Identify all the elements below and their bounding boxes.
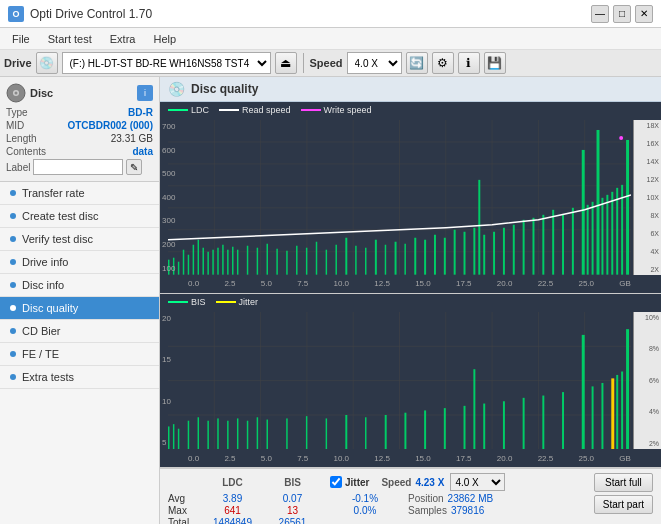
svg-rect-35: [257, 248, 258, 275]
svg-rect-24: [193, 245, 194, 275]
sidebar-item-label: Transfer rate: [22, 187, 85, 199]
sidebar-item-drive-info[interactable]: Drive info: [0, 251, 159, 274]
svg-rect-66: [552, 210, 554, 275]
legend-jitter: Jitter: [216, 297, 259, 307]
svg-rect-100: [227, 420, 228, 449]
maximize-button[interactable]: □: [613, 5, 631, 23]
x2-label-12.5: 12.5: [374, 454, 390, 463]
save-button[interactable]: 💾: [484, 52, 506, 74]
svg-rect-69: [582, 150, 585, 275]
svg-rect-38: [286, 251, 287, 275]
stats-max-row: Max 641 13 0.0% Samples 379816: [168, 505, 586, 516]
x-label-7.5: 7.5: [297, 279, 308, 288]
x-label-12.5: 12.5: [374, 279, 390, 288]
legend-read-speed: Read speed: [219, 105, 291, 115]
drive-icon-button[interactable]: 💿: [36, 52, 58, 74]
speed-select[interactable]: 4.0 X: [347, 52, 402, 74]
disc-mid-value: OTCBDR002 (000): [67, 120, 153, 131]
close-button[interactable]: ✕: [635, 5, 653, 23]
menu-extra[interactable]: Extra: [102, 31, 144, 47]
svg-rect-75: [611, 192, 613, 275]
minimize-button[interactable]: —: [591, 5, 609, 23]
stats-avg-row: Avg 3.89 0.07 -0.1% Position 23862 MB: [168, 493, 586, 504]
svg-rect-34: [247, 246, 248, 275]
ldc-y-axis-left: 700 600 500 400 300 200 100: [160, 120, 188, 275]
x-label-22.5: 22.5: [538, 279, 554, 288]
svg-rect-42: [326, 250, 327, 275]
start-full-button[interactable]: Start full: [594, 473, 653, 492]
x2-label-7.5: 7.5: [297, 454, 308, 463]
info-button[interactable]: ℹ: [458, 52, 480, 74]
stats-avg-label: Avg: [168, 493, 200, 504]
bis-y-axis-right: 10% 8% 6% 4% 2%: [633, 312, 661, 449]
y-right-14x: 14X: [647, 158, 659, 165]
svg-rect-114: [464, 406, 466, 449]
disc-length-value: 23.31 GB: [111, 133, 153, 144]
charts-area: LDC Read speed Write speed: [160, 102, 661, 468]
sidebar-item-verify-test-disc[interactable]: Verify test disc: [0, 228, 159, 251]
svg-rect-78: [626, 140, 629, 275]
svg-rect-124: [611, 378, 614, 449]
settings-button[interactable]: ⚙: [432, 52, 454, 74]
svg-rect-63: [523, 220, 525, 275]
x-unit-gb1: GB: [619, 279, 631, 288]
svg-rect-48: [385, 245, 386, 275]
menu-file[interactable]: File: [4, 31, 38, 47]
disc-mid-row: MID OTCBDR002 (000): [6, 120, 153, 131]
drive-select[interactable]: (F:) HL-DT-ST BD-RE WH16NS58 TST4: [62, 52, 271, 74]
stats-avg-ldc: 3.89: [200, 493, 265, 504]
speed-select-stats[interactable]: 4.0 X: [450, 473, 505, 491]
jitter-checkbox[interactable]: [330, 476, 342, 488]
start-part-button[interactable]: Start part: [594, 495, 653, 514]
svg-rect-59: [483, 235, 485, 275]
x2-label-5: 5.0: [261, 454, 272, 463]
stats-total-row: Total 1484849 26561: [168, 517, 586, 524]
y-right-4pct: 4%: [649, 408, 659, 415]
svg-rect-45: [355, 246, 356, 275]
svg-rect-26: [202, 248, 203, 275]
legend-bis-color: [168, 301, 188, 303]
svg-rect-122: [592, 386, 594, 449]
legend-jitter-color: [216, 301, 236, 303]
disc-label-button[interactable]: ✎: [126, 159, 142, 175]
sidebar-item-label: Disc info: [22, 279, 64, 291]
sidebar-item-disc-quality[interactable]: Disc quality: [0, 297, 159, 320]
eject-button[interactable]: ⏏: [275, 52, 297, 74]
sidebar-item-create-test-disc[interactable]: Create test disc: [0, 205, 159, 228]
sidebar-item-disc-info[interactable]: Disc info: [0, 274, 159, 297]
svg-rect-127: [626, 329, 629, 449]
disc-title: Disc: [30, 87, 53, 99]
svg-rect-107: [326, 418, 327, 449]
menu-start-test[interactable]: Start test: [40, 31, 100, 47]
svg-rect-101: [237, 418, 238, 449]
sidebar-item-transfer-rate[interactable]: Transfer rate: [0, 182, 159, 205]
sidebar: Disc i Type BD-R MID OTCBDR002 (000) Len…: [0, 77, 160, 524]
svg-rect-60: [493, 232, 495, 275]
svg-rect-43: [335, 245, 336, 275]
nav-dot: [10, 328, 16, 334]
disc-contents-label: Contents: [6, 146, 46, 157]
stats-max-bis: 13: [265, 505, 320, 516]
x-label-15: 15.0: [415, 279, 431, 288]
x-label-2.5: 2.5: [224, 279, 235, 288]
x2-label-15: 15.0: [415, 454, 431, 463]
refresh-button[interactable]: 🔄: [406, 52, 428, 74]
speed-label: Speed: [310, 57, 343, 69]
ldc-legend: LDC Read speed Write speed: [168, 105, 371, 115]
sidebar-item-extra-tests[interactable]: Extra tests: [0, 366, 159, 389]
sidebar-item-cd-bier[interactable]: CD Bier: [0, 320, 159, 343]
ldc-chart-container: LDC Read speed Write speed: [160, 102, 661, 294]
menu-help[interactable]: Help: [145, 31, 184, 47]
bis-chart-bg: BIS Jitter: [160, 294, 661, 467]
legend-bis-label: BIS: [191, 297, 206, 307]
x2-label-10: 10.0: [334, 454, 350, 463]
svg-rect-33: [237, 250, 238, 275]
speed-dropdown: 4.0 X: [450, 473, 505, 491]
nav-dot: [10, 259, 16, 265]
y-bis-20: 20: [162, 314, 186, 323]
disc-type-label: Type: [6, 107, 28, 118]
x-label-10: 10.0: [334, 279, 350, 288]
y-right-6x: 6X: [650, 230, 659, 237]
disc-label-input[interactable]: [33, 159, 123, 175]
sidebar-item-fe-te[interactable]: FE / TE: [0, 343, 159, 366]
